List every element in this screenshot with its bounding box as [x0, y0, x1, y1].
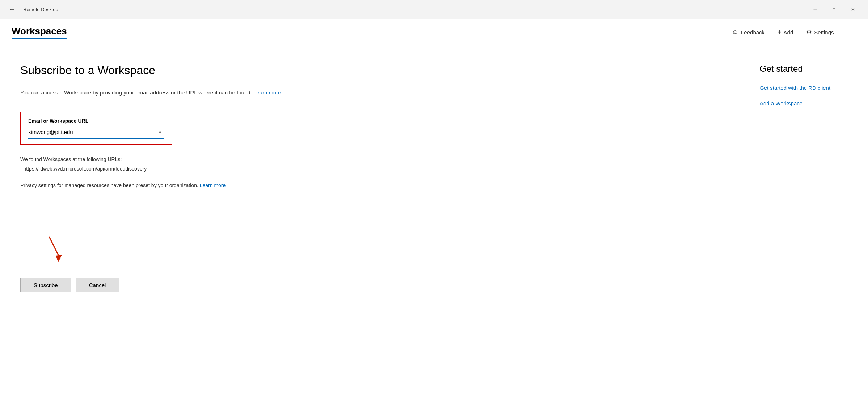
feedback-label: Feedback: [741, 29, 764, 35]
content-left: Subscribe to a Workspace You can access …: [0, 46, 745, 416]
back-button[interactable]: ←: [6, 3, 19, 16]
input-row: ×: [28, 127, 164, 139]
page-title: Subscribe to a Workspace: [20, 64, 725, 77]
minimize-button[interactable]: ─: [806, 0, 825, 19]
found-url: - https://rdweb.wvd.microsoft.com/api/ar…: [20, 165, 725, 173]
feedback-icon: ☺: [732, 29, 738, 36]
more-button[interactable]: ···: [842, 26, 856, 38]
sidebar-title: Get started: [760, 64, 854, 74]
nav-actions: ☺ Feedback + Add ⚙ Settings ···: [727, 26, 856, 39]
more-icon: ···: [847, 29, 851, 35]
bottom-buttons: Subscribe Cancel: [20, 278, 725, 292]
app-name: Remote Desktop: [23, 7, 58, 12]
settings-icon: ⚙: [806, 29, 812, 37]
content-right: Get started Get started with the RD clie…: [745, 46, 868, 416]
nav-title-underline: [12, 38, 67, 39]
svg-marker-1: [56, 255, 62, 262]
input-label: Email or Workspace URL: [28, 118, 164, 124]
minimize-icon: ─: [813, 7, 817, 12]
input-group: Email or Workspace URL ×: [20, 112, 172, 145]
get-started-rd-link[interactable]: Get started with the RD client: [760, 84, 854, 92]
add-label: Add: [784, 29, 793, 35]
add-button[interactable]: + Add: [772, 26, 798, 39]
description-text: You can access a Workspace by providing …: [20, 89, 725, 97]
nav-bar: Workspaces ☺ Feedback + Add ⚙ Settings ·…: [0, 19, 868, 46]
settings-label: Settings: [814, 29, 834, 35]
clear-icon: ×: [159, 129, 161, 135]
feedback-button[interactable]: ☺ Feedback: [727, 26, 770, 39]
subscribe-button[interactable]: Subscribe: [20, 278, 71, 292]
title-bar: ← Remote Desktop ─ □ ✕: [0, 0, 868, 19]
back-icon: ←: [9, 6, 16, 13]
privacy-learn-more-link[interactable]: Learn more: [200, 182, 226, 188]
window-controls: ─ □ ✕: [806, 0, 862, 19]
description-learn-more-link[interactable]: Learn more: [253, 89, 281, 96]
nav-title: Workspaces: [12, 26, 67, 37]
annotation-arrow: [42, 233, 75, 266]
cancel-button[interactable]: Cancel: [76, 278, 119, 292]
add-icon: +: [778, 29, 781, 36]
nav-title-wrap: Workspaces: [12, 26, 67, 39]
maximize-button[interactable]: □: [825, 0, 843, 19]
arrow-annotation: [20, 233, 93, 269]
maximize-icon: □: [833, 7, 835, 12]
close-button[interactable]: ✕: [843, 0, 862, 19]
privacy-text: Privacy settings for managed resources h…: [20, 181, 725, 189]
close-icon: ✕: [851, 7, 855, 12]
email-workspace-input[interactable]: [28, 127, 156, 136]
svg-line-0: [49, 237, 60, 259]
main-area: Subscribe to a Workspace You can access …: [0, 46, 868, 416]
clear-input-button[interactable]: ×: [156, 127, 164, 136]
settings-button[interactable]: ⚙ Settings: [801, 26, 839, 39]
add-workspace-link[interactable]: Add a Workspace: [760, 100, 854, 108]
found-title: We found Workspaces at the following URL…: [20, 155, 725, 163]
found-workspaces: We found Workspaces at the following URL…: [20, 155, 725, 173]
